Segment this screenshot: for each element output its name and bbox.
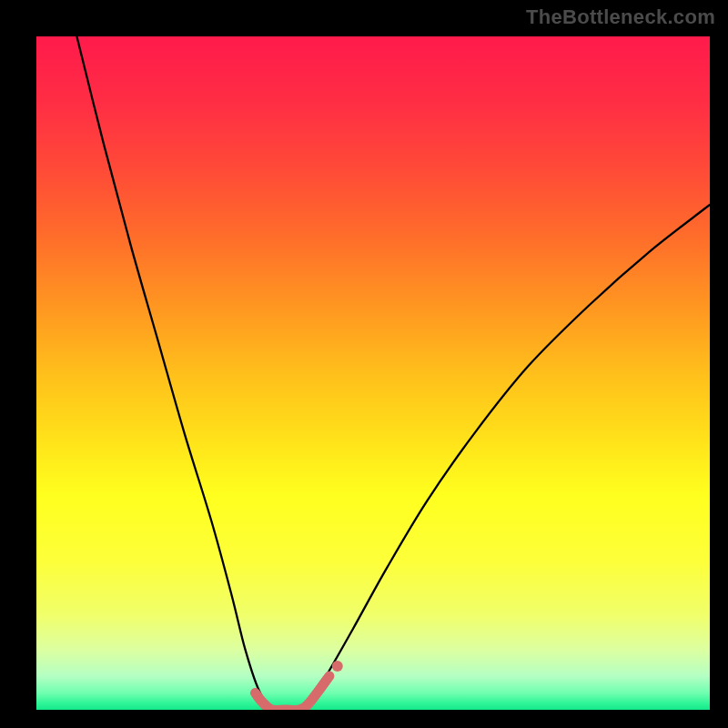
gradient-rect bbox=[36, 36, 710, 710]
valley-highlight-dot bbox=[332, 661, 343, 672]
plot-svg bbox=[36, 36, 710, 710]
attribution-text: TheBottleneck.com bbox=[526, 5, 715, 29]
plot-area bbox=[36, 36, 710, 710]
chart-frame: TheBottleneck.com bbox=[0, 0, 728, 728]
